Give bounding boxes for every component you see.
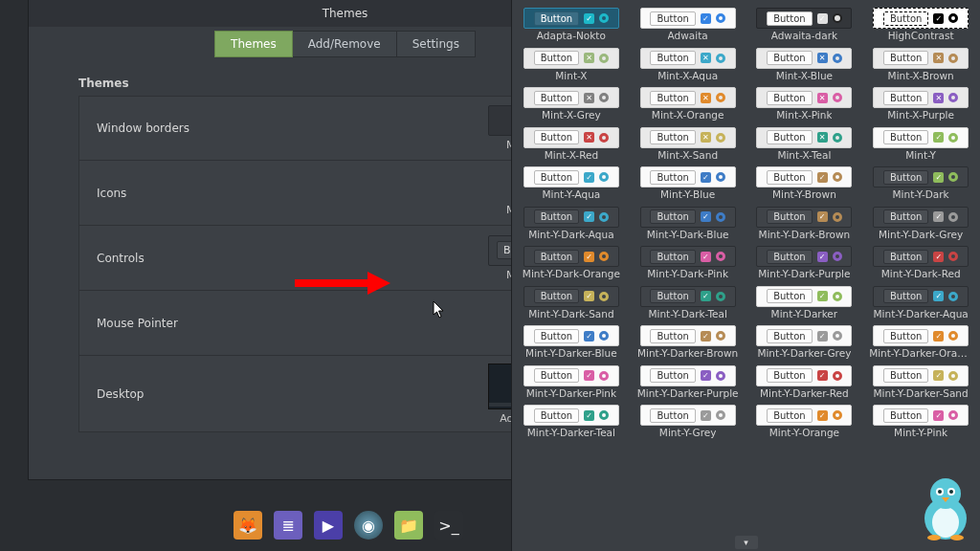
theme-option[interactable]: ButtonMint-Y-Darker-Pink	[518, 365, 625, 402]
theme-option[interactable]: ButtonMint-X-Brown	[867, 48, 974, 84]
radio-icon	[948, 212, 958, 222]
theme-option[interactable]: ButtonMint-X-Teal	[751, 127, 858, 164]
theme-option[interactable]: ButtonMint-Y-Darker-Teal	[518, 405, 625, 441]
radio-icon	[833, 410, 842, 420]
theme-option[interactable]: ButtonMint-Y-Dark-Grey	[867, 207, 974, 243]
checkbox-check-icon	[584, 211, 594, 222]
checkbox-check-icon	[584, 13, 594, 24]
theme-option[interactable]: ButtonMint-Y-Aqua	[518, 166, 625, 203]
sample-button: Button	[767, 170, 813, 185]
theme-swatch: Button	[640, 325, 736, 346]
checkbox-x-icon	[701, 132, 711, 143]
sample-button: Button	[534, 368, 580, 383]
radio-icon	[599, 13, 609, 23]
theme-swatch: Button	[756, 405, 852, 426]
tab-themes[interactable]: Themes	[214, 31, 293, 57]
dock-firefox-icon[interactable]: 🦊	[234, 511, 262, 540]
checkbox-check-icon	[933, 132, 944, 143]
radio-icon	[833, 54, 842, 63]
radio-icon	[833, 133, 842, 143]
radio-icon	[716, 252, 725, 261]
dock-text-editor-icon[interactable]: ≣	[274, 511, 302, 540]
theme-option[interactable]: ButtonMint-X-Pink	[751, 87, 858, 123]
theme-swatch: Button	[523, 166, 619, 187]
theme-option[interactable]: ButtonMint-Y-Dark-Red	[867, 246, 974, 282]
theme-option[interactable]: ButtonMint-Y-Dark-Purple	[751, 246, 858, 282]
theme-swatch: Button	[523, 325, 619, 346]
theme-option[interactable]: ButtonMint-Y-Darker	[751, 286, 858, 322]
theme-name-label: Mint-Y	[905, 150, 936, 162]
theme-option[interactable]: ButtonMint-X-Orange	[635, 87, 742, 123]
checkbox-check-icon	[933, 410, 944, 421]
theme-option[interactable]: ButtonMint-Y-Dark-Sand	[518, 286, 625, 322]
sample-button: Button	[534, 408, 580, 423]
theme-option[interactable]: ButtonMint-Y-Dark-Orange	[518, 246, 625, 282]
dock-terminal-icon[interactable]: >_	[434, 511, 463, 540]
theme-option[interactable]: ButtonMint-Y-Dark-Teal	[635, 286, 742, 322]
dock-web-icon[interactable]: ◉	[354, 511, 383, 540]
theme-option[interactable]: ButtonMint-Y-Brown	[751, 166, 858, 203]
checkbox-x-icon	[933, 53, 944, 63]
checkbox-x-icon	[701, 53, 711, 63]
theme-option[interactable]: ButtonMint-Y-Dark-Aqua	[518, 207, 625, 243]
theme-swatch: Button	[756, 127, 852, 148]
theme-option[interactable]: ButtonMint-Y-Darker-Purple	[635, 365, 742, 402]
theme-option[interactable]: ButtonMint-Y-Grey	[635, 405, 742, 441]
radio-icon	[716, 212, 725, 222]
checkbox-check-icon	[933, 291, 944, 301]
theme-option[interactable]: ButtonMint-Y-Darker-Brown	[635, 325, 742, 362]
theme-option[interactable]: ButtonMint-X-Red	[518, 127, 625, 164]
theme-option[interactable]: ButtonHighContrast	[867, 8, 974, 44]
radio-icon	[948, 371, 958, 381]
theme-option[interactable]: ButtonMint-Y-Darker-Aqua	[867, 286, 974, 322]
radio-icon	[833, 93, 842, 102]
sample-button: Button	[883, 209, 929, 224]
theme-option[interactable]: ButtonMint-Y	[867, 127, 974, 164]
theme-swatch: Button	[756, 325, 852, 346]
theme-option[interactable]: ButtonMint-Y-Dark-Brown	[751, 207, 858, 243]
theme-option[interactable]: ButtonMint-Y-Darker-Red	[751, 365, 858, 402]
sample-button: Button	[534, 130, 580, 144]
sample-button: Button	[650, 368, 696, 383]
radio-icon	[716, 331, 725, 341]
theme-option[interactable]: ButtonAdwaita	[635, 8, 742, 44]
theme-swatch: Button	[640, 365, 736, 386]
checkbox-check-icon	[817, 172, 828, 183]
theme-option[interactable]: ButtonMint-Y-Dark-Blue	[635, 207, 742, 243]
sample-button: Button	[650, 130, 696, 144]
theme-option[interactable]: ButtonMint-X-Purple	[867, 87, 974, 123]
theme-option[interactable]: ButtonMint-X-Grey	[518, 87, 625, 123]
radio-icon	[599, 371, 609, 381]
theme-option[interactable]: ButtonMint-X	[518, 48, 625, 84]
sample-button: Button	[534, 289, 580, 303]
theme-grid: ButtonAdapta-NoktoButtonAdwaitaButtonAdw…	[518, 8, 974, 441]
theme-name-label: Mint-X-Orange	[652, 110, 724, 121]
theme-option[interactable]: ButtonMint-Y-Dark-Pink	[635, 246, 742, 282]
theme-option[interactable]: ButtonMint-Y-Darker-Orange	[867, 325, 974, 362]
theme-option[interactable]: ButtonMint-Y-Dark	[867, 166, 974, 203]
checkbox-check-icon	[933, 13, 944, 24]
theme-option[interactable]: ButtonAdapta-Nokto	[518, 8, 625, 44]
dock-media-player-icon[interactable]: ▶	[314, 511, 343, 540]
theme-option[interactable]: ButtonMint-Y-Orange	[751, 405, 858, 441]
tab-add-remove[interactable]: Add/Remove	[293, 31, 397, 57]
theme-swatch: Button	[756, 365, 852, 386]
theme-option[interactable]: ButtonAdwaita-dark	[751, 8, 858, 44]
theme-option[interactable]: ButtonMint-Y-Pink	[867, 405, 974, 441]
theme-swatch: Button	[756, 207, 852, 228]
dock-files-icon[interactable]: 📁	[394, 511, 423, 540]
row-icons-label: Icons	[97, 187, 482, 200]
theme-option[interactable]: ButtonMint-X-Aqua	[635, 48, 742, 84]
radio-icon	[599, 212, 609, 222]
theme-option[interactable]: ButtonMint-Y-Darker-Blue	[518, 325, 625, 362]
row-desktop-label: Desktop	[97, 387, 482, 401]
theme-option[interactable]: ButtonMint-X-Sand	[635, 127, 742, 164]
more-themes-button[interactable]: ▾	[735, 536, 758, 549]
theme-option[interactable]: ButtonMint-X-Blue	[751, 48, 858, 84]
theme-option[interactable]: ButtonMint-Y-Darker-Sand	[867, 365, 974, 402]
tab-settings[interactable]: Settings	[397, 31, 476, 57]
radio-icon	[948, 410, 958, 420]
theme-option[interactable]: ButtonMint-Y-Darker-Grey	[751, 325, 858, 362]
theme-option[interactable]: ButtonMint-Y-Blue	[635, 166, 742, 203]
theme-name-label: Mint-Y-Dark-Teal	[648, 309, 726, 320]
